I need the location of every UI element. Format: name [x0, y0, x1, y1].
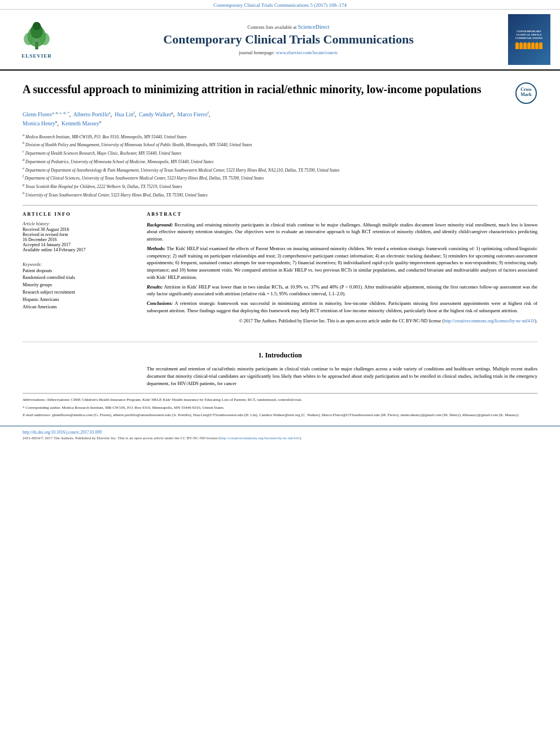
info-abstract-columns: ARTICLE INFO Article history: Received 3… [23, 211, 537, 325]
bottom-copyright-text: 2451-8654/© 2017 The Authors. Published … [23, 436, 220, 440]
svg-text:Cross: Cross [520, 87, 531, 92]
conclusions-heading: Conclusions: [147, 300, 173, 306]
author-portillo[interactable]: Alberto Portillo [73, 111, 109, 117]
keyword-1: Patient dropouts [23, 268, 135, 275]
cover-title: CONTEMPORARYCLINICAL TRIALSCOMMUNICATION… [515, 30, 543, 40]
journal-title-section: Contents lists available at ScienceDirec… [73, 14, 504, 65]
affil-c: c Department of Health Sciences Research… [23, 148, 537, 156]
section-divider [23, 205, 537, 206]
author-lin[interactable]: Hua Lin [115, 111, 133, 117]
footnote-col-1: Abbreviations: Abbreviations: CHIP, Chil… [23, 397, 537, 420]
author-walker[interactable]: Candy Walker [139, 111, 171, 117]
abbreviations-text: Abbreviations: Abbreviations: CHIP, Chil… [23, 397, 537, 403]
corresponding-text: * Corresponding author. Medica Research … [23, 405, 537, 411]
author-flores[interactable]: Glenn Flores [23, 111, 52, 117]
bottom-cc-link[interactable]: http://creativecommons.org/licenses/by-n… [220, 436, 299, 440]
received-revised-label: Received in revised form [23, 232, 135, 237]
bottom-bar: http://dx.doi.org/10.1016/j.conctc.2017.… [0, 426, 560, 443]
intro-text-columns: The recruitment and retention of racial/… [23, 365, 537, 388]
crossmark-icon: Cross Mark [515, 82, 537, 104]
journal-cover-section: CONTEMPORARYCLINICAL TRIALSCOMMUNICATION… [504, 14, 554, 65]
article-info-label: ARTICLE INFO [23, 211, 135, 217]
keywords-label: Keywords: [23, 262, 135, 267]
sciencedirect-link[interactable]: ScienceDirect [298, 24, 330, 30]
keyword-2: Randomized controlled trials [23, 274, 135, 282]
abstract-methods: Methods: The Kids' HELP trial examined t… [147, 245, 537, 281]
keyword-4: Research subject recruitment [23, 289, 135, 296]
journal-name: Contemporary Clinical Trials Communicati… [163, 32, 413, 47]
henry-sup: h [55, 120, 58, 124]
intro-heading: 1. Introduction [23, 351, 537, 360]
elsevier-tree-icon [20, 21, 54, 52]
journal-cover-image: CONTEMPORARYCLINICAL TRIALSCOMMUNICATION… [508, 14, 550, 65]
massey-sup: h [99, 120, 102, 124]
background-heading: Background: [147, 222, 173, 228]
keyword-3: Minority groups [23, 282, 135, 289]
affil-g: g Texas Scottish Rite Hospital for Child… [23, 182, 537, 190]
abstract-column: ABSTRACT Background: Recruiting and reta… [147, 211, 537, 325]
journal-citation: Contemporary Clinical Trials Communicati… [0, 0, 560, 10]
results-text: Attrition in Kids' HELP was lower than i… [147, 284, 537, 297]
cc-license-link[interactable]: http://creativecommons.org/licenses/by-n… [444, 318, 535, 324]
keywords-list: Patient dropouts Randomized controlled t… [23, 268, 135, 311]
cover-figure-5 [531, 42, 535, 49]
article-title-section: A successful approach to minimizing attr… [23, 71, 537, 110]
author-fierro[interactable]: Marco Fierro [177, 111, 207, 117]
fierro-sup: f [207, 111, 208, 115]
author-massey[interactable]: Kenneth Massey [62, 121, 99, 127]
accepted-date: Accepted 14 January 2017 [23, 242, 135, 247]
email-text: E-mail addresses: glennflores@medica.com… [23, 412, 537, 418]
introduction-section: 1. Introduction The recruitment and rete… [23, 342, 537, 388]
affiliations-section: a Medica Research Institute, MR-CW10S, P… [23, 132, 537, 198]
received-revised-date: 16 December 2016 [23, 237, 135, 242]
copyright-text: © 2017 The Authors. Published by Elsevie… [239, 318, 444, 324]
history-label: Article history: [23, 221, 135, 226]
results-heading: Results: [147, 284, 163, 290]
abbreviations-label: Abbreviations: [23, 397, 46, 402]
elsevier-brand-label: ELSEVIER [21, 53, 52, 59]
affil-h: h University of Texas Southwestern Medic… [23, 190, 537, 198]
intro-left-space [23, 365, 135, 388]
affil-e: e Department of Department of Anesthesio… [23, 165, 537, 173]
affil-f: f Department of Clinical Sciences, Unive… [23, 173, 537, 181]
article-info-column: ARTICLE INFO Article history: Received 3… [23, 211, 135, 325]
cover-decoration [515, 42, 542, 49]
contents-available: Contents lists available at ScienceDirec… [247, 24, 329, 30]
bottom-copyright-end: ). [299, 436, 301, 440]
email-content: glennflores@medica.com (G. Flores), albe… [52, 413, 519, 417]
author-henry[interactable]: Monica Henry [23, 121, 55, 127]
footnotes-section: Abbreviations: Abbreviations: CHIP, Chil… [23, 393, 537, 420]
cover-figure-4 [527, 42, 531, 49]
cover-figure-3 [523, 42, 527, 49]
abstract-text: Background: Recruiting and retaining min… [147, 221, 537, 325]
affil-b: b Division of Health Policy and Manageme… [23, 140, 537, 148]
keyword-6: African Americans [23, 304, 135, 311]
abstract-results: Results: Attrition in Kids' HELP was low… [147, 283, 537, 298]
methods-heading: Methods: [147, 246, 165, 251]
affil-a: a Medica Research Institute, MR-CW10S, P… [23, 132, 537, 140]
methods-text: The Kids' HELP trial examined the effect… [147, 246, 537, 280]
abstract-background: Background: Recruiting and retaining min… [147, 221, 537, 243]
flores-sup: a, b, c, d, * [52, 111, 69, 115]
homepage-label: journal homepage: [239, 50, 276, 55]
journal-header: ELSEVIER Contents lists available at Sci… [0, 10, 560, 71]
svg-point-5 [33, 21, 41, 30]
cover-figure-1 [515, 42, 519, 49]
abstract-copyright: © 2017 The Authors. Published by Elsevie… [147, 318, 537, 325]
abstract-label: ABSTRACT [147, 211, 537, 217]
intro-text: The recruitment and retention of racial/… [147, 365, 537, 388]
email-label: E-mail addresses: [23, 413, 51, 417]
doi-link[interactable]: http://dx.doi.org/10.1016/j.conctc.2017.… [23, 430, 102, 435]
portillo-sup: e [109, 111, 111, 115]
received-date: Received 30 August 2016 [23, 227, 135, 232]
contents-text: Contents lists available at [247, 24, 298, 30]
keyword-5: Hispanic Americans [23, 296, 135, 304]
conclusions-text: A retention strategic framework was succ… [147, 300, 537, 313]
walker-sup: g [171, 111, 173, 115]
bottom-copyright: 2451-8654/© 2017 The Authors. Published … [23, 436, 537, 440]
homepage-url[interactable]: www.elsevier.com/locate/conctc [276, 50, 338, 55]
cover-figure-7 [539, 42, 542, 49]
elsevier-logo: ELSEVIER [20, 21, 54, 59]
main-content: A successful approach to minimizing attr… [0, 71, 560, 420]
abstract-conclusions: Conclusions: A retention strategic frame… [147, 300, 537, 314]
